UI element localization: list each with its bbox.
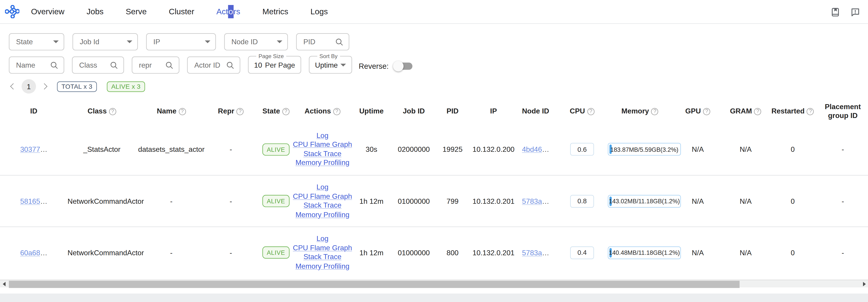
- cell-cpu: 0.4: [556, 246, 608, 259]
- memory-profiling-link[interactable]: Memory Profiling: [296, 158, 349, 168]
- nav-right-icons: [830, 0, 860, 24]
- log-link[interactable]: Log: [316, 131, 329, 140]
- cell-cpu: 0.8: [556, 195, 608, 207]
- page-number[interactable]: 1: [22, 79, 36, 93]
- reverse-toggle[interactable]: [393, 60, 413, 71]
- col-restarted: Restarted?: [768, 107, 818, 116]
- help-icon[interactable]: ?: [807, 108, 814, 115]
- help-icon[interactable]: ?: [237, 108, 244, 115]
- tab-actors[interactable]: Actors: [216, 7, 240, 16]
- node-id-filter-select[interactable]: Node ID: [224, 33, 288, 50]
- table-row: 30377… _StatsActor datasets_stats_actor …: [0, 123, 868, 175]
- help-icon[interactable]: ?: [333, 108, 340, 115]
- memory-usage-box: 183.87MB/5.59GB(3.2%): [608, 143, 681, 156]
- chevron-down-icon: [340, 63, 346, 66]
- cell-restarted: 0: [768, 248, 818, 257]
- help-icon[interactable]: ?: [179, 108, 186, 115]
- tab-overview[interactable]: Overview: [31, 7, 65, 16]
- log-link[interactable]: Log: [316, 234, 329, 243]
- state-badge: ALIVE: [262, 195, 290, 207]
- prev-page-button[interactable]: [10, 83, 17, 90]
- sort-by-value[interactable]: Uptime: [315, 61, 338, 69]
- node-id-link[interactable]: 4bd46: [522, 145, 542, 153]
- cpu-value-box: 0.8: [570, 195, 594, 207]
- col-node-id: Node ID: [515, 107, 556, 116]
- cell-state: ALIVE: [255, 195, 297, 207]
- total-count-chip: TOTAL x 3: [57, 81, 97, 92]
- tab-cluster[interactable]: Cluster: [169, 7, 194, 16]
- actor-id-link[interactable]: 30377: [20, 145, 40, 153]
- memory-profiling-link[interactable]: Memory Profiling: [296, 210, 349, 219]
- ray-dashboard-actors-page: Overview Jobs Serve Cluster Actors Metri…: [0, 0, 868, 302]
- page-size-field[interactable]: Page Size 10 Per Page: [248, 53, 301, 73]
- cell-job-id: 01000000: [395, 248, 433, 257]
- stack-trace-link[interactable]: Stack Trace: [304, 201, 342, 210]
- state-filter-select[interactable]: State: [9, 33, 64, 50]
- repr-search-input[interactable]: [139, 61, 163, 69]
- ip-filter-select[interactable]: IP: [146, 33, 216, 50]
- chevron-down-icon: [277, 40, 282, 43]
- tab-serve[interactable]: Serve: [126, 7, 147, 16]
- help-icon[interactable]: ?: [282, 108, 289, 115]
- stack-trace-link[interactable]: Stack Trace: [304, 149, 342, 158]
- horizontal-scrollbar[interactable]: [0, 280, 868, 288]
- cpu-flame-graph-link[interactable]: CPU Flame Graph: [293, 192, 352, 201]
- nav-items: Overview Jobs Serve Cluster Actors Metri…: [31, 7, 328, 16]
- cell-placement-group-id: -: [818, 197, 868, 205]
- scroll-left-arrow-icon: [2, 281, 5, 286]
- cell-pid: 19925: [433, 145, 472, 153]
- cell-uptime: 1h 12m: [348, 197, 395, 205]
- actor-id-link[interactable]: 60a68: [20, 248, 40, 257]
- cell-node-id: 5783a…: [515, 248, 556, 257]
- memory-profiling-link[interactable]: Memory Profiling: [296, 262, 349, 271]
- cell-gram: N/A: [723, 197, 768, 205]
- feedback-icon[interactable]: [850, 7, 860, 17]
- cell-repr: -: [207, 145, 255, 153]
- help-icon[interactable]: ?: [587, 108, 594, 115]
- search-icon: [226, 61, 235, 69]
- scroll-right-button[interactable]: [860, 280, 868, 288]
- col-actions: Actions?: [297, 107, 348, 116]
- cell-actor-id: 60a68…: [0, 248, 68, 257]
- state-badge: ALIVE: [262, 246, 290, 259]
- pid-search-input[interactable]: [303, 38, 332, 46]
- sort-by-field[interactable]: Sort By Uptime: [309, 53, 352, 73]
- log-link[interactable]: Log: [316, 183, 329, 192]
- cell-ip: 10.132.0.200: [472, 145, 515, 153]
- truncation-ellipsis: …: [542, 145, 549, 153]
- job-id-filter-select[interactable]: Job Id: [72, 33, 138, 50]
- help-icon[interactable]: ?: [754, 108, 762, 115]
- col-uptime: Uptime: [348, 107, 395, 116]
- actor-id-link[interactable]: 58165: [20, 197, 40, 205]
- cpu-flame-graph-link[interactable]: CPU Flame Graph: [293, 140, 352, 149]
- job-id-filter-label: Job Id: [80, 38, 99, 46]
- node-id-link[interactable]: 5783a: [522, 197, 542, 205]
- col-pid: PID: [433, 107, 472, 116]
- col-job-id: Job ID: [395, 107, 433, 116]
- class-search-input[interactable]: [79, 61, 106, 69]
- scroll-left-button[interactable]: [0, 280, 8, 288]
- page-size-value[interactable]: 10: [254, 61, 262, 69]
- cpu-flame-graph-link[interactable]: CPU Flame Graph: [293, 243, 352, 252]
- actor-id-search-input[interactable]: [194, 61, 223, 69]
- help-icon[interactable]: ?: [703, 108, 710, 115]
- cell-name: -: [136, 248, 207, 257]
- tab-jobs[interactable]: Jobs: [87, 7, 104, 16]
- next-page-button[interactable]: [41, 83, 48, 90]
- table-header-row: ID Class? Name? Repr? State? Actions? Up…: [0, 99, 868, 123]
- cell-job-id: 02000000: [395, 145, 433, 153]
- name-search-input[interactable]: [16, 61, 46, 69]
- scrollbar-thumb[interactable]: [9, 280, 740, 288]
- tab-logs[interactable]: Logs: [310, 7, 328, 16]
- node-id-link[interactable]: 5783a: [522, 248, 542, 257]
- tab-metrics[interactable]: Metrics: [262, 7, 288, 16]
- filter-row-2: Page Size 10 Per Page Sort By Uptime Rev…: [9, 53, 859, 73]
- truncation-ellipsis: …: [40, 197, 48, 205]
- help-icon[interactable]: ?: [651, 108, 658, 115]
- chevron-down-icon: [53, 40, 59, 43]
- stack-trace-link[interactable]: Stack Trace: [304, 252, 342, 262]
- docs-book-icon[interactable]: [830, 7, 840, 17]
- alive-count-chip: ALIVE x 3: [107, 81, 145, 92]
- help-icon[interactable]: ?: [109, 108, 116, 115]
- col-memory: Memory?: [608, 107, 672, 116]
